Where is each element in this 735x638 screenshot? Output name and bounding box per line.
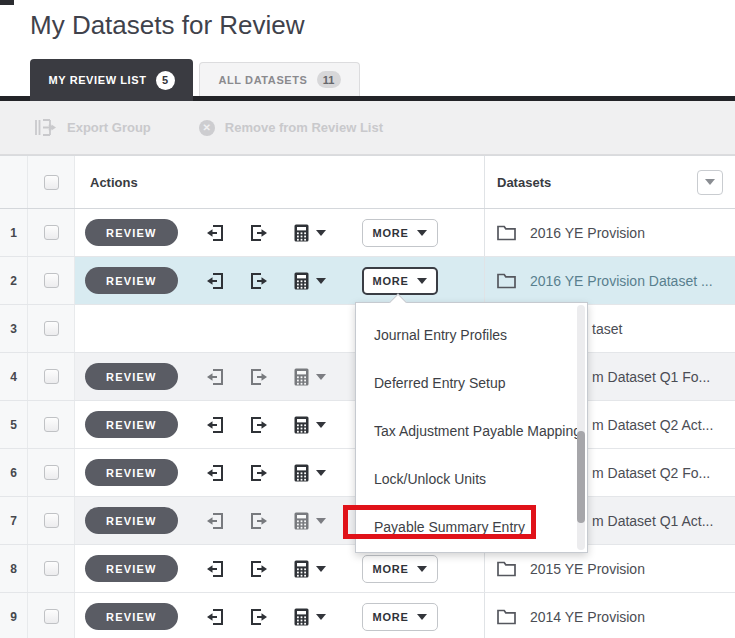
row-number: 4 (0, 353, 28, 400)
import-button[interactable] (206, 368, 224, 386)
row-number: 3 (0, 305, 28, 352)
dropdown-scrollbar-thumb[interactable] (577, 431, 585, 523)
import-button[interactable] (206, 560, 224, 578)
export-button[interactable] (250, 608, 268, 626)
calculator-menu-button[interactable] (294, 272, 326, 290)
row-number: 5 (0, 401, 28, 448)
export-button[interactable] (250, 560, 268, 578)
review-button[interactable]: REVIEW (85, 267, 178, 294)
caret-down-icon (316, 518, 326, 524)
toolbar: Export Group ✕ Remove from Review List (0, 101, 735, 155)
dataset-name: m Dataset Q1 Fo... (592, 369, 710, 385)
count-badge: 11 (317, 71, 341, 88)
calculator-menu-button[interactable] (294, 608, 326, 626)
menu-item-tax-adjustment-payable-mapping[interactable]: Tax Adjustment Payable Mapping (356, 407, 587, 455)
dataset-name: taset (592, 321, 622, 337)
folder-icon (497, 225, 516, 241)
export-button[interactable] (250, 224, 268, 242)
caret-down-icon (417, 566, 427, 572)
table-header-row: Actions Datasets (0, 156, 735, 209)
calculator-icon (294, 416, 309, 434)
caret-down-icon (316, 230, 326, 236)
row-checkbox[interactable] (44, 417, 59, 432)
more-button[interactable]: MORE (362, 219, 438, 247)
calculator-menu-button[interactable] (294, 224, 326, 242)
import-button[interactable] (206, 608, 224, 626)
row-checkbox[interactable] (44, 465, 59, 480)
actions-cell: REVIEW MORE (75, 209, 485, 256)
caret-down-icon (705, 179, 715, 185)
row-checkbox[interactable] (44, 609, 59, 624)
row-number-header (0, 156, 28, 208)
export-button[interactable] (250, 272, 268, 290)
folder-icon (497, 273, 516, 289)
import-button[interactable] (206, 224, 224, 242)
calculator-icon (294, 368, 309, 386)
folder-icon (497, 561, 516, 577)
calculator-icon (294, 224, 309, 242)
export-icon (250, 272, 268, 290)
export-button[interactable] (250, 368, 268, 386)
calculator-menu-button[interactable] (294, 416, 326, 434)
caret-down-icon (417, 278, 427, 284)
review-button[interactable]: REVIEW (85, 363, 178, 390)
row-checkbox[interactable] (44, 369, 59, 384)
select-all-checkbox[interactable] (44, 175, 59, 190)
review-button[interactable]: REVIEW (85, 411, 178, 438)
row-checkbox[interactable] (44, 273, 59, 288)
actions-header-label: Actions (90, 175, 138, 190)
export-button[interactable] (250, 464, 268, 482)
row-checkbox[interactable] (44, 321, 59, 336)
menu-item-lock-unlock-units[interactable]: Lock/Unlock Units (356, 455, 587, 503)
row-checkbox[interactable] (44, 225, 59, 240)
menu-item-payable-summary-entry[interactable]: Payable Summary Entry (356, 503, 587, 551)
import-icon (206, 272, 224, 290)
menu-item-journal-entry-profiles[interactable]: Journal Entry Profiles (356, 311, 587, 359)
dataset-cell[interactable]: 2014 YE Provision (485, 593, 735, 638)
more-button[interactable]: MORE (362, 555, 438, 583)
calculator-menu-button[interactable] (294, 560, 326, 578)
export-icon (250, 608, 268, 626)
datasets-header-label: Datasets (497, 175, 551, 190)
export-group-label: Export Group (67, 120, 151, 135)
import-button[interactable] (206, 464, 224, 482)
import-button[interactable] (206, 272, 224, 290)
import-icon (206, 416, 224, 434)
datasets-column-header: Datasets (485, 156, 735, 208)
import-icon (206, 512, 224, 530)
menu-item-deferred-entry-setup[interactable]: Deferred Entry Setup (356, 359, 587, 407)
remove-from-review-button[interactable]: ✕ Remove from Review List (199, 120, 383, 136)
datasets-filter-button[interactable] (697, 170, 723, 195)
review-button[interactable]: REVIEW (85, 219, 178, 246)
review-button[interactable]: REVIEW (85, 603, 178, 630)
more-button[interactable]: MORE (362, 603, 438, 631)
remove-circle-icon: ✕ (199, 120, 215, 136)
row-checkbox[interactable] (44, 513, 59, 528)
export-button[interactable] (250, 512, 268, 530)
more-button-active[interactable]: MORE (362, 267, 438, 295)
calculator-icon (294, 560, 309, 578)
review-button[interactable]: REVIEW (85, 555, 178, 582)
row-check-cell (28, 497, 75, 544)
calculator-menu-button[interactable] (294, 368, 326, 386)
export-group-button[interactable]: Export Group (35, 119, 151, 136)
import-button[interactable] (206, 512, 224, 530)
caret-down-icon (417, 614, 427, 620)
tab-my-review-list[interactable]: MY REVIEW LIST 5 (30, 59, 193, 101)
caret-down-icon (316, 278, 326, 284)
export-button[interactable] (250, 416, 268, 434)
calculator-menu-button[interactable] (294, 464, 326, 482)
count-badge: 5 (156, 71, 175, 90)
dataset-name: 2014 YE Provision (530, 609, 645, 625)
review-button[interactable]: REVIEW (85, 507, 178, 534)
dropdown-item-list: Journal Entry Profiles Deferred Entry Se… (356, 303, 587, 551)
review-button[interactable]: REVIEW (85, 459, 178, 486)
import-button[interactable] (206, 416, 224, 434)
tab-all-datasets[interactable]: ALL DATASETS 11 (199, 62, 360, 96)
dataset-name: m Dataset Q2 Fo... (592, 465, 710, 481)
row-checkbox[interactable] (44, 561, 59, 576)
dataset-cell[interactable]: 2016 YE Provision Dataset ... (485, 257, 735, 304)
calculator-menu-button[interactable] (294, 512, 326, 530)
table-row: 2 REVIEW MORE (0, 257, 735, 305)
dataset-cell[interactable]: 2016 YE Provision (485, 209, 735, 256)
